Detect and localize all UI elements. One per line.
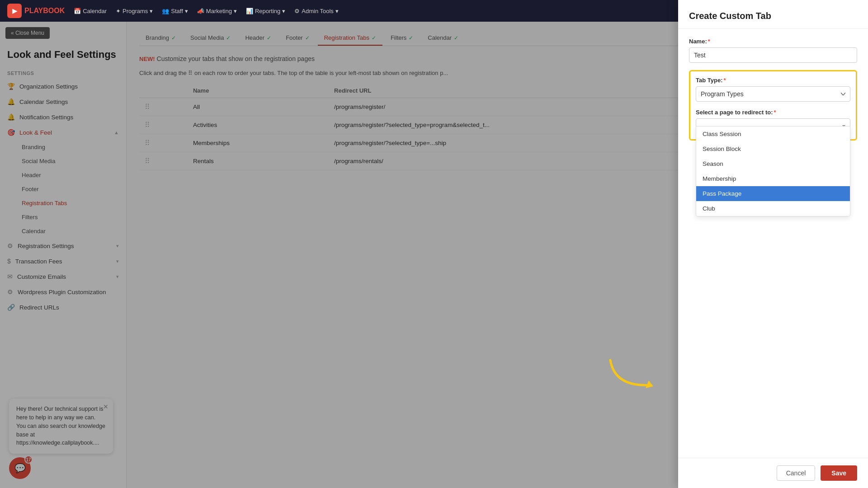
nav-calendar[interactable]: 📅 Calendar [74,8,107,14]
option-season[interactable]: Season [696,156,850,171]
panel-header: Create Custom Tab [678,0,868,29]
name-label: Name:* [689,38,857,45]
redirect-page-dropdown-list: Class Session Session Block Season Membe… [696,126,850,216]
nav-programs[interactable]: ✦ Programs ▾ [116,8,153,14]
nav-admin[interactable]: ⚙ Admin Tools ▾ [294,8,339,14]
option-session-block[interactable]: Session Block [696,141,850,156]
redirect-required-marker: * [774,109,776,116]
option-class-session[interactable]: Class Session [696,127,850,141]
nav-reporting[interactable]: 📊 Reporting ▾ [246,8,285,14]
redirect-page-field-group: Select a page to redirect to:* ▾ Class S… [696,109,850,134]
create-custom-tab-panel: Create Custom Tab Name:* Tab Type:* Prog… [678,0,868,488]
nav-marketing[interactable]: 📣 Marketing ▾ [197,8,237,14]
panel-title: Create Custom Tab [689,11,857,21]
logo-icon: ▶ [7,4,22,18]
tab-type-required-marker: * [723,77,726,84]
option-club[interactable]: Club [696,201,850,216]
name-field-group: Name:* [689,38,857,70]
option-membership[interactable]: Membership [696,171,850,186]
tab-type-label: Tab Type:* [696,77,850,84]
name-input[interactable] [689,47,857,63]
tab-type-highlight-box: Tab Type:* Program Types Custom Select a… [689,70,857,141]
cancel-button[interactable]: Cancel [777,465,816,481]
panel-body: Name:* Tab Type:* Program Types Custom S… [678,29,868,458]
logo-text: PLAYBOOK [24,7,65,15]
panel-footer: Cancel Save [678,458,868,488]
logo[interactable]: ▶ PLAYBOOK [7,4,65,18]
save-button[interactable]: Save [821,465,857,481]
option-pass-package[interactable]: Pass Package [696,186,850,201]
redirect-page-label: Select a page to redirect to:* [696,109,850,116]
tab-type-field-group: Tab Type:* Program Types Custom [696,77,850,109]
nav-staff[interactable]: 👥 Staff ▾ [162,8,188,14]
tab-type-select[interactable]: Program Types Custom [696,86,850,102]
name-required-marker: * [708,38,710,45]
